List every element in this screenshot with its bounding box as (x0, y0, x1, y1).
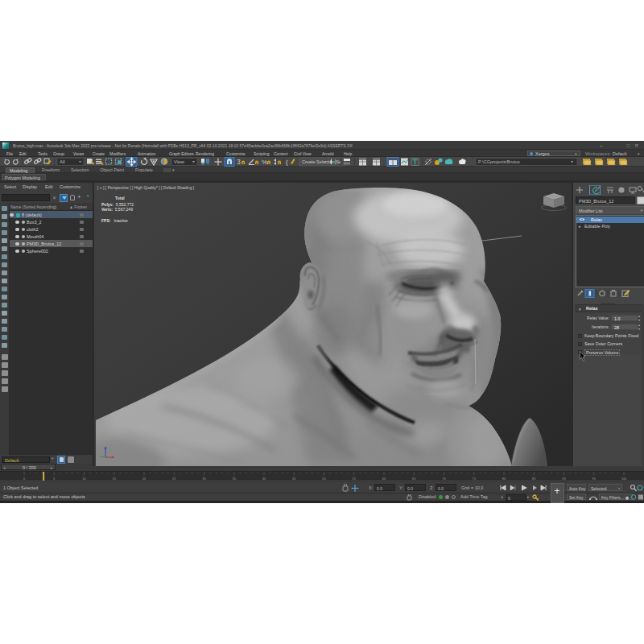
svg-text:55: 55 (353, 477, 357, 481)
svg-text:10: 10 (82, 477, 86, 481)
svg-text:P:\CGprojects\Brutus: P:\CGprojects\Brutus (478, 159, 520, 164)
svg-text:100: 100 (621, 477, 627, 481)
svg-text:20: 20 (142, 477, 147, 481)
svg-text:45: 45 (292, 477, 296, 481)
svg-text:View: View (174, 159, 185, 164)
svg-text:25: 25 (172, 477, 176, 481)
svg-text:15: 15 (113, 477, 117, 481)
svg-text:All: All (60, 159, 65, 164)
svg-text:70: 70 (442, 477, 446, 481)
svg-text:{: { (286, 159, 288, 166)
svg-text:40: 40 (262, 477, 266, 481)
svg-text:75: 75 (473, 477, 477, 481)
svg-text:90: 90 (562, 477, 566, 481)
svg-text:3: 3 (237, 158, 241, 166)
svg-text:65: 65 (412, 477, 416, 481)
svg-text:5: 5 (53, 477, 56, 481)
svg-text:60: 60 (382, 477, 386, 481)
svg-text:0: 0 (23, 477, 26, 481)
svg-text:30: 30 (202, 477, 206, 481)
svg-text:95: 95 (592, 477, 597, 481)
svg-text:85: 85 (532, 477, 536, 481)
svg-text:35: 35 (233, 477, 237, 481)
svg-text:50: 50 (322, 477, 326, 481)
svg-text:%: % (262, 159, 267, 166)
svg-text:80: 80 (502, 477, 506, 481)
